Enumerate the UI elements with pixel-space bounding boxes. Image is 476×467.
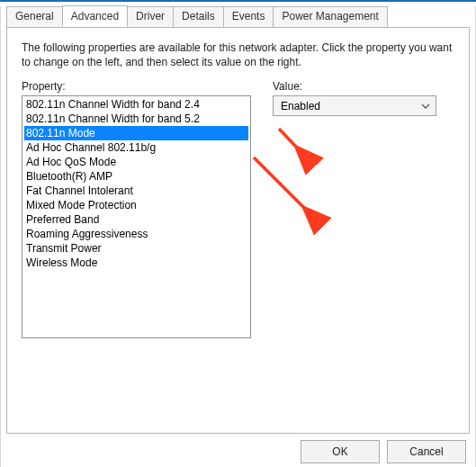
value-column: Value: Enabled bbox=[273, 80, 454, 338]
property-listbox[interactable]: 802.11n Channel Width for band 2.4802.11… bbox=[22, 95, 251, 338]
list-item[interactable]: 802.11n Mode bbox=[24, 126, 248, 140]
columns: Property: 802.11n Channel Width for band… bbox=[22, 80, 454, 338]
property-column: Property: 802.11n Channel Width for band… bbox=[22, 80, 251, 338]
tab-strip: GeneralAdvancedDriverDetailsEventsPower … bbox=[6, 6, 470, 28]
dialog-button-row: OK Cancel bbox=[301, 440, 466, 463]
list-item[interactable]: Preferred Band bbox=[24, 212, 248, 227]
tab-driver[interactable]: Driver bbox=[127, 6, 174, 28]
list-item[interactable]: Ad Hoc Channel 802.11b/g bbox=[24, 140, 248, 155]
tab-power-management[interactable]: Power Management bbox=[273, 6, 387, 28]
ok-button[interactable]: OK bbox=[301, 440, 380, 463]
value-dropdown[interactable]: Enabled bbox=[273, 95, 436, 116]
tab-details[interactable]: Details bbox=[173, 6, 224, 28]
list-item[interactable]: Transmit Power bbox=[24, 241, 248, 256]
list-item[interactable]: Mixed Mode Protection bbox=[24, 198, 248, 212]
list-item[interactable]: 802.11n Channel Width for band 5.2 bbox=[24, 112, 248, 126]
tab-advanced[interactable]: Advanced bbox=[62, 5, 128, 27]
window-titlebar-accent bbox=[0, 0, 476, 2]
list-item[interactable]: Ad Hoc QoS Mode bbox=[24, 155, 248, 169]
tab-events[interactable]: Events bbox=[223, 6, 274, 28]
value-label: Value: bbox=[273, 80, 454, 93]
value-dropdown-selected: Enabled bbox=[281, 100, 320, 112]
properties-dialog: GeneralAdvancedDriverDetailsEventsPower … bbox=[0, 6, 476, 467]
list-item[interactable]: Bluetooth(R) AMP bbox=[24, 169, 248, 184]
list-item[interactable]: Fat Channel Intolerant bbox=[24, 184, 248, 198]
list-item[interactable]: Roaming Aggressiveness bbox=[24, 227, 248, 241]
list-item[interactable]: Wireless Mode bbox=[24, 256, 248, 270]
chevron-down-icon bbox=[421, 102, 430, 111]
list-item[interactable]: 802.11n Channel Width for band 2.4 bbox=[24, 97, 248, 112]
tab-general[interactable]: General bbox=[6, 6, 63, 28]
property-label: Property: bbox=[22, 80, 251, 93]
tab-panel-advanced: The following properties are available f… bbox=[6, 27, 470, 434]
panel-description: The following properties are available f… bbox=[22, 40, 454, 69]
cancel-button[interactable]: Cancel bbox=[387, 440, 466, 463]
